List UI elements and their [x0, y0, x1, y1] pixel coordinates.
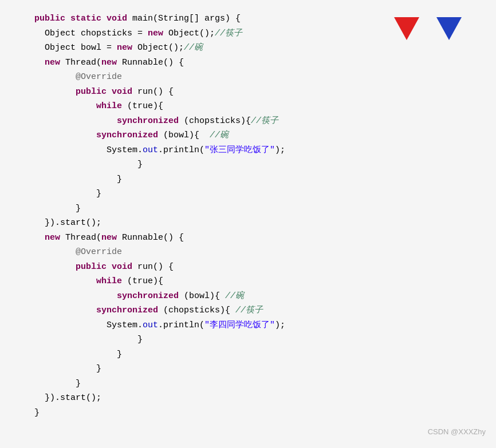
code-line-7: public void run() { — [34, 85, 485, 100]
code-line-33: } — [34, 406, 485, 421]
code-line-4: Object bowl = new Object();//碗 — [34, 41, 485, 55]
code-line-6: @Override — [34, 70, 485, 85]
code-line-25: synchronized (chopsticks){ //筷子 — [34, 303, 485, 318]
code-line-8: while (true){ — [34, 99, 485, 114]
code-line-22: while (true){ — [34, 274, 485, 289]
code-line-15: } — [34, 172, 485, 187]
code-line-5: new Thread(new Runnable() { — [34, 55, 485, 70]
code-line-17: } — [34, 201, 485, 216]
arrows-container — [394, 17, 462, 40]
code-line-9: synchronized (chopsticks){//筷子 — [34, 114, 485, 129]
code-line-29: } — [34, 347, 485, 362]
code-line-19: new Thread(new Runnable() { — [34, 231, 485, 245]
watermark-text: CSDN @XXXZhy — [428, 426, 486, 438]
code-line-27: System.out.println("李四同学吃饭了"); — [34, 318, 485, 333]
code-line-18: }).start(); — [34, 216, 485, 231]
code-line-30: } — [34, 362, 485, 376]
code-block: public static void main(String[] args) {… — [0, 0, 496, 443]
blue-arrow-icon — [436, 17, 462, 40]
code-line-20: @Override — [34, 245, 485, 260]
code-line-31: } — [34, 376, 485, 391]
code-line-13: System.out.println("张三同学吃饭了"); — [34, 143, 485, 158]
code-line-23: synchronized (bowl){ //碗 — [34, 289, 485, 304]
code-line-11: synchronized (bowl){ //碗 — [34, 128, 485, 143]
code-line-14: } — [34, 157, 485, 172]
code-line-21: public void run() { — [34, 260, 485, 275]
code-line-32: }).start(); — [34, 391, 485, 406]
red-arrow-icon — [394, 17, 419, 40]
code-line-16: } — [34, 187, 485, 201]
code-line-28: } — [34, 332, 485, 347]
